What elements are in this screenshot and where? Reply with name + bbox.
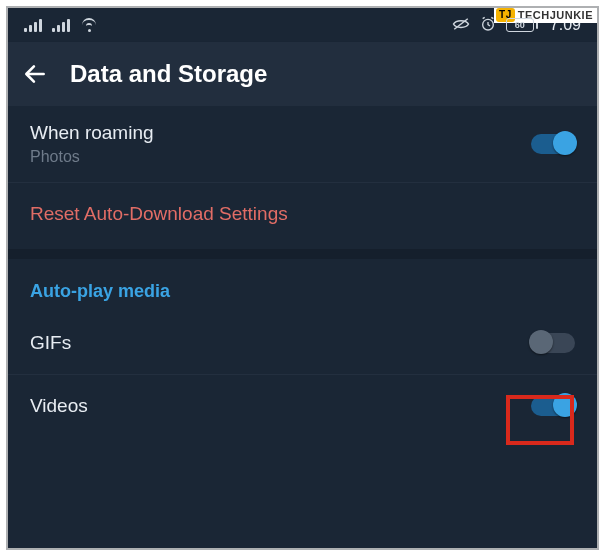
app-window: TJ TECHJUNKIE bbox=[6, 6, 599, 550]
toggle-roaming[interactable] bbox=[531, 134, 575, 154]
eye-off-icon bbox=[452, 17, 470, 34]
row-gifs[interactable]: GIFs bbox=[8, 312, 597, 375]
row-title: GIFs bbox=[30, 332, 531, 354]
row-title: Videos bbox=[30, 395, 531, 417]
signal-icon bbox=[24, 18, 42, 32]
row-title: When roaming bbox=[30, 122, 531, 144]
row-subtitle: Photos bbox=[30, 148, 531, 166]
toggle-gifs[interactable] bbox=[531, 333, 575, 353]
row-when-roaming[interactable]: When roaming Photos bbox=[8, 106, 597, 183]
content: When roaming Photos Reset Auto-Download … bbox=[8, 106, 597, 437]
battery-pct: 60 bbox=[515, 20, 525, 30]
row-reset-autodownload[interactable]: Reset Auto-Download Settings bbox=[8, 183, 597, 259]
back-icon[interactable] bbox=[22, 61, 48, 87]
page-title: Data and Storage bbox=[70, 60, 267, 88]
status-left bbox=[24, 18, 98, 32]
toolbar: Data and Storage bbox=[8, 42, 597, 106]
row-videos[interactable]: Videos bbox=[8, 375, 597, 437]
section-autoplay-media: Auto-play media bbox=[8, 259, 597, 312]
toggle-videos[interactable] bbox=[531, 396, 575, 416]
signal-icon-2 bbox=[52, 18, 70, 32]
wifi-icon bbox=[80, 18, 98, 32]
reset-label: Reset Auto-Download Settings bbox=[30, 203, 288, 224]
battery-icon: 60 bbox=[506, 18, 538, 32]
